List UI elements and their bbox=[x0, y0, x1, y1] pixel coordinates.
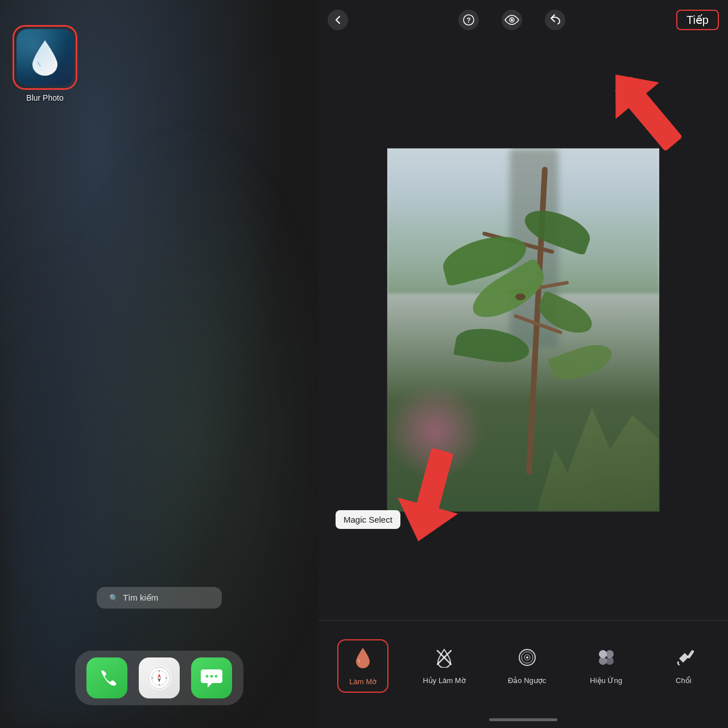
top-bar-left bbox=[328, 10, 348, 30]
top-bar-center: ? bbox=[458, 10, 565, 30]
choi-icon bbox=[673, 647, 694, 672]
home-bar bbox=[489, 718, 557, 721]
svg-text:?: ? bbox=[467, 16, 471, 24]
photo-area: Magic Select bbox=[318, 40, 728, 620]
choi-label: Chổi bbox=[676, 676, 692, 685]
magic-select-label: Magic Select bbox=[344, 515, 392, 524]
back-button[interactable] bbox=[328, 10, 348, 30]
dao-nguoc-label: Đảo Ngược bbox=[508, 676, 546, 685]
dock-messages-icon[interactable] bbox=[191, 657, 232, 698]
svg-point-16 bbox=[511, 19, 513, 21]
svg-point-28 bbox=[599, 650, 607, 658]
hieu-ung-label: Hiệu Ứng bbox=[590, 676, 622, 685]
huy-lam-mo-icon bbox=[434, 647, 454, 672]
hieu-ung-icon bbox=[596, 647, 617, 672]
bg-flowers bbox=[387, 380, 482, 482]
water-drop-icon bbox=[28, 38, 62, 77]
photo-frame bbox=[387, 148, 660, 512]
eye-button[interactable] bbox=[502, 10, 522, 30]
tool-lam-mo[interactable]: Làm Mờ bbox=[337, 639, 388, 693]
blur-photo-app-wrapper[interactable]: Blur Photo bbox=[13, 25, 77, 102]
tool-choi[interactable]: Chổi bbox=[658, 642, 709, 690]
svg-point-10 bbox=[206, 675, 209, 678]
magic-select-tooltip: Magic Select bbox=[336, 510, 400, 529]
svg-rect-18 bbox=[614, 76, 683, 152]
bg-trees bbox=[537, 374, 659, 511]
top-bar-right: Tiếp bbox=[676, 10, 719, 30]
tool-hieu-ung[interactable]: Hiệu Ứng bbox=[581, 642, 632, 690]
search-bar[interactable]: 🔍 Tìm kiếm bbox=[97, 587, 222, 609]
home-indicator bbox=[318, 711, 728, 728]
dao-nguoc-icon bbox=[517, 647, 537, 672]
svg-point-12 bbox=[215, 675, 218, 678]
insect bbox=[515, 293, 526, 300]
dock-safari-icon[interactable] bbox=[139, 657, 180, 698]
right-panel: ? Tiếp bbox=[318, 0, 728, 728]
top-bar: ? Tiếp bbox=[318, 0, 728, 40]
blur-photo-icon bbox=[16, 29, 73, 86]
left-panel: Blur Photo 🔍 Tìm kiếm bbox=[0, 0, 318, 728]
search-icon: 🔍 bbox=[109, 594, 118, 602]
svg-point-30 bbox=[599, 657, 607, 665]
huy-lam-mo-label: Hủy Làm Mờ bbox=[423, 676, 465, 685]
svg-point-31 bbox=[606, 657, 614, 665]
lam-mo-icon bbox=[353, 646, 373, 673]
dock bbox=[75, 651, 243, 705]
tool-dao-nguoc[interactable]: Đảo Ngược bbox=[500, 642, 554, 690]
svg-point-29 bbox=[606, 650, 614, 658]
dock-phone-icon[interactable] bbox=[86, 657, 127, 698]
lam-mo-label: Làm Mờ bbox=[349, 677, 377, 686]
bottom-toolbar: Làm Mờ Hủy Làm Mờ bbox=[318, 620, 728, 711]
tool-huy-lam-mo[interactable]: Hủy Làm Mờ bbox=[415, 642, 473, 690]
svg-marker-19 bbox=[594, 57, 659, 119]
tiep-button[interactable]: Tiếp bbox=[676, 10, 719, 30]
svg-point-27 bbox=[526, 656, 528, 659]
blur-photo-border bbox=[13, 25, 77, 90]
search-text: Tìm kiếm bbox=[123, 593, 158, 603]
blur-photo-label: Blur Photo bbox=[26, 93, 63, 102]
photo-bg bbox=[387, 148, 659, 511]
svg-point-11 bbox=[210, 675, 213, 678]
undo-button[interactable] bbox=[545, 10, 565, 30]
help-button[interactable]: ? bbox=[458, 10, 479, 30]
